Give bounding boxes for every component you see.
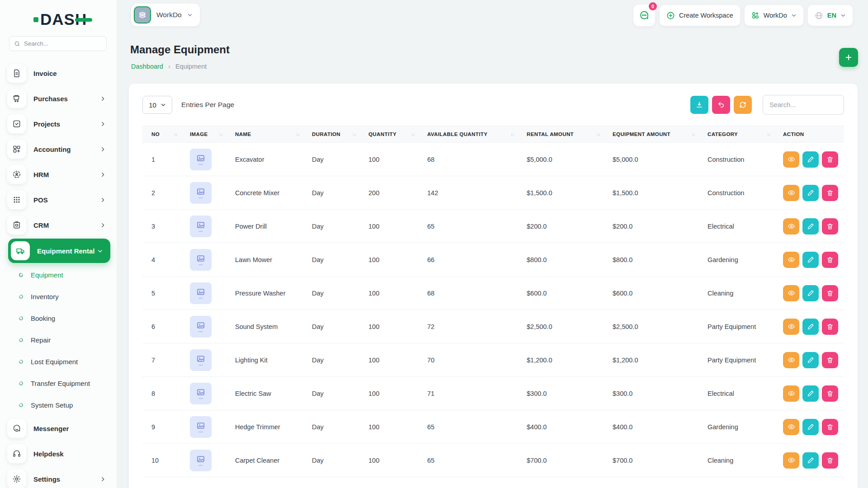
sidebar-subitem-inventory[interactable]: Inventory	[0, 286, 117, 307]
sidebar-item-invoice[interactable]: Invoice	[0, 61, 117, 86]
cell-duration: Day	[303, 210, 359, 243]
cell-equipment-amount: $200.0	[604, 210, 698, 243]
cell-category: Construction	[698, 143, 774, 176]
sort-icon[interactable]: ↑↓	[511, 132, 514, 137]
column-header-duration[interactable]: DURATION↑↓	[303, 126, 359, 143]
sidebar-subitem-lost-equipment[interactable]: Lost Equipment	[0, 351, 117, 372]
refresh-button[interactable]	[734, 96, 752, 114]
view-button[interactable]	[783, 352, 799, 368]
cell-equipment-amount: $1,500.0	[604, 176, 698, 210]
cell-rental-amount: $1,500.0	[518, 176, 604, 210]
view-button[interactable]	[783, 319, 799, 335]
view-button[interactable]	[783, 419, 799, 435]
column-header-available-quantity[interactable]: AVAILABLE QUANTITY↑↓	[418, 126, 518, 143]
sidebar-search-input[interactable]	[24, 40, 102, 47]
edit-button[interactable]	[802, 185, 819, 201]
edit-button[interactable]	[802, 419, 819, 435]
column-header-no[interactable]: NO↑↓	[142, 126, 181, 143]
messages-button[interactable]: 0	[633, 5, 655, 26]
delete-button[interactable]	[822, 218, 838, 235]
sort-icon[interactable]: ↑↓	[174, 132, 178, 137]
delete-button[interactable]	[822, 285, 838, 301]
cell-rental-amount: $2,500.0	[518, 310, 604, 343]
view-button[interactable]	[783, 252, 799, 268]
sidebar-subitem-transfer-equipment[interactable]: Transfer Equipment	[0, 372, 117, 394]
view-button[interactable]	[783, 452, 799, 469]
entries-per-page-select[interactable]: 10	[142, 96, 172, 114]
sort-icon[interactable]: ↑↓	[296, 132, 300, 137]
column-header-rental-amount[interactable]: RENTAL AMOUNT↑↓	[518, 126, 604, 143]
cell-rental-amount: $300.0	[518, 377, 604, 410]
sidebar-search[interactable]	[9, 36, 107, 51]
sidebar-item-settings[interactable]: Settings	[0, 466, 117, 488]
delete-button[interactable]	[822, 252, 838, 268]
add-equipment-button[interactable]	[839, 48, 858, 67]
edit-button[interactable]	[802, 252, 819, 268]
sort-icon[interactable]: ↑↓	[411, 132, 415, 137]
export-button[interactable]	[690, 96, 708, 114]
edit-button[interactable]	[802, 385, 819, 402]
view-button[interactable]	[783, 218, 799, 235]
breadcrumb-dashboard-link[interactable]: Dashboard	[131, 63, 163, 70]
delete-button[interactable]	[822, 151, 838, 168]
create-workspace-button[interactable]: Create Workspace	[660, 5, 740, 26]
pencil-icon	[807, 256, 814, 263]
sidebar-subitem-equipment[interactable]: Equipment	[0, 264, 117, 286]
bullet-icon	[18, 315, 24, 321]
column-header-quantity[interactable]: QUANTITY↑↓	[359, 126, 418, 143]
edit-button[interactable]	[802, 285, 819, 301]
sort-icon[interactable]: ↑↓	[597, 132, 600, 137]
workspace-switcher-button[interactable]: WorkDo	[745, 5, 803, 26]
topbar-actions: 0 Create Workspace WorkDo EN	[633, 5, 853, 26]
cell-quantity: 100	[359, 143, 418, 176]
image-caption-dash	[198, 197, 203, 198]
language-selector[interactable]: EN	[808, 5, 853, 26]
sidebar-item-helpdesk[interactable]: Helpdesk	[0, 441, 117, 466]
search-icon	[14, 41, 20, 47]
table-search-input[interactable]	[763, 95, 844, 115]
workspace-selector[interactable]: WorkDo	[131, 4, 200, 26]
view-button[interactable]	[783, 151, 799, 168]
cell-image	[181, 210, 226, 243]
sort-icon[interactable]: ↑↓	[692, 132, 695, 137]
view-button[interactable]	[783, 385, 799, 402]
sidebar-item-hrm[interactable]: HRM	[0, 162, 117, 187]
delete-button[interactable]	[822, 185, 838, 201]
sidebar-item-projects[interactable]: Projects	[0, 111, 117, 136]
sidebar-item-equipment-rental[interactable]: Equipment Rental	[0, 238, 117, 264]
sidebar-subitem-system-setup[interactable]: System Setup	[0, 394, 117, 416]
trash-icon	[826, 357, 834, 364]
sidebar-item-pos[interactable]: POS	[0, 187, 117, 212]
delete-button[interactable]	[822, 452, 838, 469]
sidebar-item-accounting[interactable]: Accounting	[0, 136, 117, 162]
eye-icon	[788, 189, 795, 197]
sort-icon[interactable]: ↑↓	[353, 132, 356, 137]
view-button[interactable]	[783, 285, 799, 301]
edit-button[interactable]	[802, 218, 819, 235]
sidebar-subitem-repair[interactable]: Repair	[0, 329, 117, 351]
column-header-image[interactable]: IMAGE↑↓	[181, 126, 226, 143]
column-header-equipment-amount[interactable]: EQUIPMENT AMOUNT↑↓	[604, 126, 698, 143]
sidebar-subitem-booking[interactable]: Booking	[0, 307, 117, 329]
cell-rental-amount: $1,200.0	[518, 343, 604, 377]
delete-button[interactable]	[822, 419, 838, 435]
column-header-name[interactable]: NAME↑↓	[226, 126, 303, 143]
sort-icon[interactable]: ↑↓	[219, 132, 223, 137]
edit-button[interactable]	[802, 452, 819, 469]
sidebar-item-purchases[interactable]: Purchases	[0, 86, 117, 111]
edit-button[interactable]	[802, 352, 819, 368]
view-button[interactable]	[783, 185, 799, 201]
delete-button[interactable]	[822, 352, 838, 368]
delete-button[interactable]	[822, 319, 838, 335]
column-header-category[interactable]: CATEGORY↑↓	[698, 126, 774, 143]
cell-equipment-amount: $700.0	[604, 444, 698, 477]
table-row: 2 Concrete Mixer Day 200 142 $1,500.0 $1…	[142, 176, 844, 210]
edit-button[interactable]	[802, 151, 819, 168]
sort-icon[interactable]: ↑↓	[767, 132, 771, 137]
sidebar-item-messenger[interactable]: Messenger	[0, 416, 117, 441]
delete-button[interactable]	[822, 385, 838, 402]
undo-button[interactable]	[712, 96, 730, 114]
edit-button[interactable]	[802, 319, 819, 335]
sidebar-item-crm[interactable]: CRM	[0, 212, 117, 238]
cell-image	[181, 277, 226, 310]
